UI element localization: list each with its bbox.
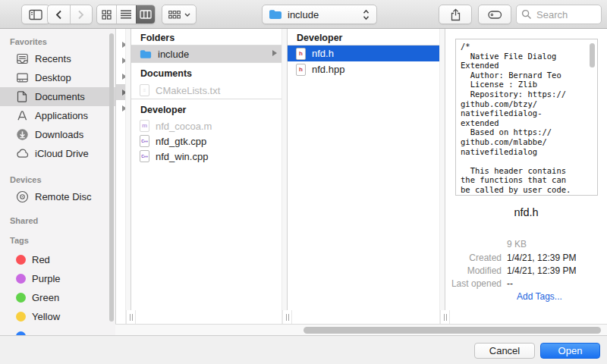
- column-resize-handle[interactable]: [126, 310, 136, 324]
- file-name: nfd_cocoa.m: [156, 121, 212, 132]
- preview-scrollbar[interactable]: [590, 43, 595, 67]
- recents-icon: [16, 52, 29, 65]
- sidebar-item-tag-purple[interactable]: Purple: [0, 269, 115, 288]
- icloud-icon: [16, 147, 29, 160]
- sidebar-item-tag-blue[interactable]: [0, 327, 115, 335]
- icon-view-icon: [102, 10, 112, 20]
- share-button[interactable]: [439, 5, 472, 24]
- sidebar-item-icloud-drive[interactable]: iCloud Drive: [0, 144, 115, 163]
- tag-yellow-dot: [16, 312, 26, 322]
- current-folder-label: include: [288, 9, 319, 20]
- cpp-file-icon: C++: [140, 135, 149, 147]
- sidebar-item-recents[interactable]: Recents: [0, 49, 115, 68]
- desktop-icon: [16, 71, 29, 84]
- preview-add-tags-row: Add Tags...: [445, 291, 605, 303]
- downloads-icon: [16, 128, 29, 141]
- header-file-icon: h: [296, 48, 306, 60]
- file-name: nfd.hpp: [312, 64, 344, 75]
- sidebar-item-documents[interactable]: Documents: [0, 87, 115, 106]
- horizontal-scrollbar-track[interactable]: [115, 324, 607, 335]
- view-mode-segmented: [96, 5, 156, 24]
- cpp-file-icon: C++: [140, 150, 149, 162]
- forward-button[interactable]: [70, 5, 92, 24]
- sidebar-item-remote-disc[interactable]: Remote Disc: [0, 187, 115, 206]
- sidebar-toggle-icon: [29, 9, 42, 20]
- tag-purple-dot: [16, 274, 26, 284]
- toggle-sidebar-button[interactable]: [21, 5, 50, 24]
- file-name: nfd.h: [312, 48, 334, 59]
- sidebar-item-tag-yellow[interactable]: Yellow: [0, 307, 115, 326]
- sidebar-item-label: Remote Disc: [35, 191, 91, 202]
- sidebar-item-label: Desktop: [35, 72, 71, 83]
- forward-icon: [77, 10, 84, 20]
- arrange-button[interactable]: [162, 5, 197, 24]
- sidebar-item-downloads[interactable]: Downloads: [0, 125, 115, 144]
- nav-buttons: [47, 5, 93, 24]
- sidebar-section-devices: Devices: [10, 175, 42, 184]
- file-row-cmakelists[interactable]: ≡ CMakeLists.txt: [131, 82, 281, 99]
- sidebar-item-label: Recents: [35, 53, 71, 64]
- column-header-folders: Folders: [131, 29, 281, 46]
- objc-file-icon: m: [140, 120, 149, 132]
- sidebar-item-tag-red[interactable]: Red: [0, 250, 115, 269]
- dialog-footer: Cancel Open: [0, 335, 607, 364]
- sidebar-item-label: Applications: [35, 110, 88, 121]
- sidebar-item-applications[interactable]: Applications: [0, 106, 115, 125]
- open-button[interactable]: Open: [540, 343, 600, 359]
- last-opened-value: --: [507, 278, 513, 290]
- sidebar-item-label: Yellow: [32, 311, 60, 322]
- file-row-nfd-cocoa[interactable]: m nfd_cocoa.m: [131, 118, 281, 133]
- preview-created-row: Created 1/4/21, 12:39 PM: [445, 253, 605, 265]
- tag-button[interactable]: [478, 5, 511, 24]
- column-resize-handle[interactable]: [282, 310, 292, 324]
- back-icon: [55, 10, 62, 20]
- file-row-nfd-hpp[interactable]: h nfd.hpp: [288, 61, 439, 77]
- toolbar: include: [0, 0, 607, 29]
- sidebar-section-tags: Tags: [10, 236, 29, 245]
- arrange-icon: [168, 11, 181, 19]
- column-resize-handle[interactable]: [440, 310, 450, 324]
- sidebar: Favorites Recents Desktop Documents Appl…: [0, 29, 115, 335]
- column-header-developer: Developer: [288, 29, 439, 46]
- column-divider: [115, 29, 116, 324]
- sidebar-item-label: Purple: [32, 273, 61, 284]
- preview-filename: nfd.h: [445, 206, 607, 218]
- disclosure-arrow-icon: [272, 50, 277, 56]
- text-file-icon: ≡: [140, 84, 149, 96]
- file-row-nfd-win[interactable]: C++ nfd_win.cpp: [131, 149, 281, 164]
- file-row-nfd-gtk[interactable]: C++ nfd_gtk.cpp: [131, 133, 281, 149]
- file-row-include[interactable]: include: [131, 46, 281, 62]
- cancel-button[interactable]: Cancel: [474, 343, 535, 359]
- sidebar-item-desktop[interactable]: Desktop: [0, 68, 115, 87]
- folders-column: Folders include Documents ≡ CMakeLists.t…: [131, 29, 281, 164]
- sidebar-item-tag-green[interactable]: Green: [0, 288, 115, 307]
- list-view-icon: [121, 10, 131, 19]
- column-scroll-gutter: [281, 29, 287, 324]
- sidebar-scrollbar[interactable]: [109, 33, 114, 322]
- tag-red-dot: [16, 255, 26, 265]
- share-icon: [450, 8, 461, 21]
- column-divider: [287, 29, 288, 324]
- icon-view-button[interactable]: [97, 5, 116, 24]
- tag-green-dot: [16, 293, 26, 303]
- sidebar-item-label: Red: [32, 254, 50, 265]
- current-folder-dropdown[interactable]: include: [262, 5, 377, 24]
- list-view-button[interactable]: [116, 5, 135, 24]
- file-name: nfd_win.cpp: [156, 151, 208, 162]
- updown-chevron-icon: [363, 9, 370, 20]
- developer-column: Developer h nfd.h h nfd.hpp: [288, 29, 439, 77]
- horizontal-scrollbar-thumb[interactable]: [304, 327, 601, 334]
- file-name: nfd_gtk.cpp: [156, 136, 206, 147]
- file-name: CMakeLists.txt: [156, 85, 220, 96]
- column-scroll-gutter: [439, 29, 445, 324]
- back-button[interactable]: [48, 5, 70, 24]
- column-view-button[interactable]: [136, 5, 155, 24]
- file-content-preview: /* Native File Dialog Extended Author: B…: [455, 39, 598, 196]
- folder-icon: [269, 9, 282, 20]
- preview-code-text: /* Native File Dialog Extended Author: B…: [461, 42, 587, 195]
- add-tags-link[interactable]: Add Tags...: [507, 291, 562, 303]
- file-row-nfd-h[interactable]: h nfd.h: [288, 46, 439, 61]
- applications-icon: [16, 109, 29, 122]
- folder-icon: [140, 49, 152, 59]
- documents-icon: [16, 90, 29, 103]
